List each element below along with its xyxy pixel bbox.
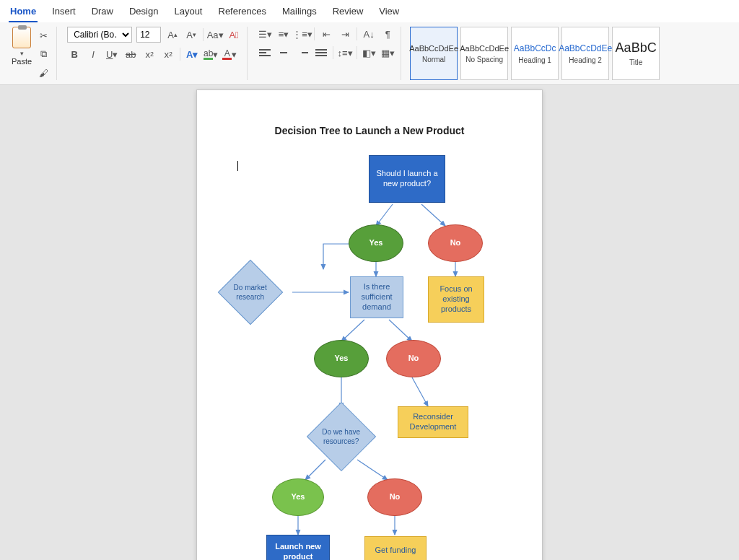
align-center-icon[interactable] xyxy=(276,45,291,60)
highlight-color-icon[interactable]: ab▾ xyxy=(204,47,218,61)
tab-mailings[interactable]: Mailings xyxy=(281,3,318,22)
italic-button[interactable]: I xyxy=(86,47,100,61)
numbering-icon[interactable]: ≡▾ xyxy=(276,27,291,41)
shape-yes1[interactable]: Yes xyxy=(349,224,403,262)
line-spacing-icon[interactable]: ↕≡▾ xyxy=(338,45,352,60)
shape-yes2[interactable]: Yes xyxy=(314,340,369,377)
shape-launch[interactable]: Launch new product xyxy=(266,535,330,560)
indent-increase-icon[interactable]: ⇥ xyxy=(338,27,352,41)
shape-reconsider[interactable]: Reconsider Development xyxy=(398,406,468,438)
subscript-button[interactable]: x2 xyxy=(142,47,157,61)
ribbon-tabs: Home Insert Draw Design Layout Reference… xyxy=(0,0,739,22)
paste-icon[interactable] xyxy=(12,27,31,48)
shape-no1[interactable]: No xyxy=(428,224,483,262)
strikethrough-button[interactable]: ab xyxy=(123,47,138,61)
page[interactable]: Decision Tree to Launch a New Product xyxy=(196,89,543,560)
shape-no3[interactable]: No xyxy=(367,478,422,516)
justify-icon[interactable] xyxy=(314,45,328,60)
shape-no2[interactable]: No xyxy=(386,340,441,377)
bold-button[interactable]: B xyxy=(67,47,82,61)
tab-insert[interactable]: Insert xyxy=(51,3,77,22)
tab-view[interactable]: View xyxy=(377,3,401,22)
ribbon-toolbar: ▾ Paste ✂ ⧉ 🖌 Calibri (Bo… A▴ A▾ Aa▾ A⃠ xyxy=(0,22,739,85)
style-no-spacing[interactable]: AaBbCcDdEe No Spacing xyxy=(460,27,508,80)
sort-icon[interactable]: A↓ xyxy=(362,27,376,41)
change-case-icon[interactable]: Aa▾ xyxy=(208,27,222,42)
copy-icon[interactable]: ⧉ xyxy=(36,47,51,61)
bullets-icon[interactable]: ☰▾ xyxy=(258,27,272,41)
format-painter-icon[interactable]: 🖌 xyxy=(36,66,51,80)
show-marks-icon[interactable]: ¶ xyxy=(380,27,395,41)
tab-home[interactable]: Home xyxy=(9,3,38,22)
shrink-font-icon[interactable]: A▾ xyxy=(184,27,198,42)
indent-decrease-icon[interactable]: ⇤ xyxy=(319,27,333,41)
font-size-input[interactable] xyxy=(136,27,161,43)
group-styles: AaBbCcDdEe Normal AaBbCcDdEe No Spacing … xyxy=(406,27,664,80)
shape-focus[interactable]: Focus on existing products xyxy=(428,276,484,323)
style-heading1[interactable]: AaBbCcDc Heading 1 xyxy=(511,27,559,80)
clear-format-icon[interactable]: A⃠ xyxy=(227,27,241,42)
shape-funding[interactable]: Get funding xyxy=(364,536,427,560)
shape-yes3[interactable]: Yes xyxy=(272,478,324,516)
align-right-icon[interactable] xyxy=(295,45,310,60)
paste-label: Paste xyxy=(12,57,32,66)
document-area: Decision Tree to Launch a New Product xyxy=(0,85,739,560)
borders-icon[interactable]: ▦▾ xyxy=(380,45,395,60)
flowchart-canvas: Should I launch a new product? Yes No Do… xyxy=(197,134,543,560)
group-clipboard: ▾ Paste ✂ ⧉ 🖌 xyxy=(6,27,57,80)
tab-draw[interactable]: Draw xyxy=(90,3,115,22)
shape-demand[interactable]: Is there sufficient demand xyxy=(350,276,403,318)
font-color-icon[interactable]: A▾ xyxy=(222,47,237,61)
text-effects-icon[interactable]: A▾ xyxy=(185,47,199,61)
shape-resources[interactable]: Do we have resources? xyxy=(307,402,376,471)
underline-button[interactable]: U▾ xyxy=(105,47,119,61)
multilevel-icon[interactable]: ⋮≡▾ xyxy=(295,27,310,41)
cut-icon[interactable]: ✂ xyxy=(36,28,51,43)
grow-font-icon[interactable]: A▴ xyxy=(165,27,180,42)
shape-q1[interactable]: Should I launch a new product? xyxy=(369,155,445,203)
shading-icon[interactable]: ◧▾ xyxy=(362,45,376,60)
tab-review[interactable]: Review xyxy=(331,3,365,22)
style-heading2[interactable]: AaBbCcDdEe Heading 2 xyxy=(561,27,609,80)
superscript-button[interactable]: x2 xyxy=(161,47,175,61)
style-title[interactable]: AaBbC Title xyxy=(612,27,660,80)
tab-layout[interactable]: Layout xyxy=(172,3,204,22)
align-left-icon[interactable] xyxy=(258,45,272,60)
tab-references[interactable]: References xyxy=(217,3,268,22)
style-normal[interactable]: AaBbCcDdEe Normal xyxy=(410,27,458,80)
font-name-select[interactable]: Calibri (Bo… xyxy=(67,27,132,43)
group-font: Calibri (Bo… A▴ A▾ Aa▾ A⃠ B I U▾ ab x2 x… xyxy=(61,27,248,80)
tab-design[interactable]: Design xyxy=(128,3,159,22)
shape-research[interactable]: Do market research xyxy=(218,260,284,325)
group-paragraph: ☰▾ ≡▾ ⋮≡▾ ⇤ ⇥ A↓ ¶ ↕≡▾ ◧▾ ▦▾ xyxy=(252,27,401,80)
